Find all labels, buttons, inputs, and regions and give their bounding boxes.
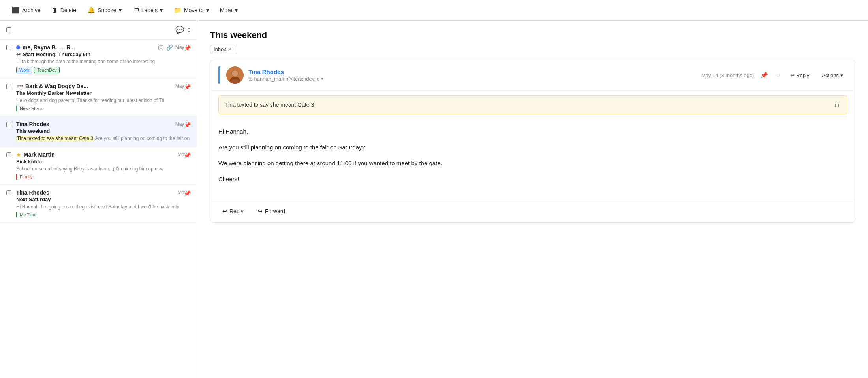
actions-chevron-icon: ▾ <box>840 72 843 78</box>
email-list: me, Rayna B., ... R... (6) 🔗 May 14 ↩ St… <box>0 40 197 378</box>
email-preview: Tina texted to say she meant Gate 3 Are … <box>16 135 191 142</box>
list-item[interactable]: ★ Mark Martin May 6 Sick kiddo School nu… <box>0 147 197 185</box>
email-labels: Family <box>16 174 191 180</box>
sender-row: Tina Rhodes May 6 <box>16 189 191 196</box>
list-topbar: 💬 ↕ <box>0 21 197 40</box>
expand-recipients-icon[interactable]: ▾ <box>321 76 323 81</box>
email-content: me, Rayna B., ... R... (6) 🔗 May 14 ↩ St… <box>16 44 191 73</box>
pin-icon[interactable]: 📌 <box>184 122 191 128</box>
sender-info: Tina Rhodes to hannah_martin@teachdev.io… <box>248 68 697 82</box>
sender-name: Tina Rhodes <box>16 189 175 196</box>
body-line2: We were planning on getting there at aro… <box>218 159 847 168</box>
email-subject: Next Saturday <box>16 197 191 202</box>
teachdev-label[interactable]: TeachDev <box>34 67 60 73</box>
sender-name: Mark Martin <box>24 151 175 158</box>
email-labels: Newsletters <box>16 106 191 111</box>
moveto-icon: 📁 <box>174 6 182 14</box>
email-checkbox[interactable] <box>6 152 11 157</box>
note-delete-button[interactable]: 🗑 <box>834 101 840 108</box>
message-meta: May 14 (3 months ago) 📌 ○ ↩ Reply Action… <box>701 70 847 81</box>
email-subject: This weekend <box>16 128 191 134</box>
reply-icon: ↩ <box>222 208 227 214</box>
note-text: Tina texted to say she meant Gate 3 <box>225 102 314 108</box>
select-all-checkbox[interactable] <box>6 27 11 32</box>
reply-button[interactable]: ↩ Reply <box>218 206 248 217</box>
actions-label: Actions <box>822 72 839 78</box>
email-content: Tina Rhodes May 6 Next Saturday Hi Hanna… <box>16 189 191 217</box>
sort-icon[interactable]: ↕ <box>187 26 191 34</box>
email-count: (6) <box>158 45 164 50</box>
reply-header-icon: ↩ <box>790 72 795 78</box>
snooze-button[interactable]: 🔔 Snooze ▾ <box>83 4 125 16</box>
chat-icon[interactable]: 💬 <box>175 26 184 34</box>
message-date: May 14 (3 months ago) <box>701 72 754 78</box>
body-greeting: Hi Hannah, <box>218 127 847 136</box>
snooze-icon: 🔔 <box>87 6 95 14</box>
delete-label: Delete <box>60 7 76 13</box>
archive-button[interactable]: ⬛ Archive <box>8 4 45 16</box>
list-item[interactable]: 👓 Bark & Wag Doggy Da... May 14 The Mont… <box>0 78 197 116</box>
sender-to-text: to hannah_martin@teachdev.io <box>248 76 319 82</box>
more-label: More <box>220 7 233 13</box>
pin-icon[interactable]: 📌 <box>184 45 191 51</box>
pin-icon[interactable]: 📌 <box>184 190 191 197</box>
avatar <box>226 66 244 84</box>
glasses-icon: 👓 <box>16 83 23 89</box>
svg-point-3 <box>232 70 238 77</box>
email-subject: Sick kiddo <box>16 159 191 164</box>
more-button[interactable]: More ▾ <box>216 5 242 16</box>
sender-row: ★ Mark Martin May 6 <box>16 151 191 158</box>
email-view-content: This weekend Inbox ✕ <box>197 21 868 378</box>
moveto-button[interactable]: 📁 Move to ▾ <box>170 4 213 16</box>
reply-bar: ↩ Reply ↪ Forward <box>210 200 855 222</box>
email-checkbox[interactable] <box>6 190 11 195</box>
email-preview: Hello dogs and dog parents! Thanks for r… <box>16 97 191 104</box>
more-chevron-icon: ▾ <box>235 7 238 13</box>
sender-row: Tina Rhodes May 14 <box>16 121 191 127</box>
delete-button[interactable]: 🗑 Delete <box>48 4 80 16</box>
inbox-tag-close[interactable]: ✕ <box>228 47 232 52</box>
labels-button[interactable]: 🏷 Labels ▾ <box>129 4 167 16</box>
body-line1: Are you still planning on coming to the … <box>218 143 847 152</box>
list-item[interactable]: Tina Rhodes May 14 This weekend Tina tex… <box>0 116 197 147</box>
sender-row: 👓 Bark & Wag Doggy Da... May 14 <box>16 83 191 89</box>
reply-btn-label: Reply <box>229 208 244 214</box>
list-topbar-left <box>6 27 11 32</box>
reply-header-button[interactable]: ↩ Reply <box>786 70 813 80</box>
family-label[interactable]: Family <box>16 174 35 180</box>
email-content: Tina Rhodes May 14 This weekend Tina tex… <box>16 121 191 142</box>
preview-highlight: Tina texted to say she meant Gate 3 <box>16 136 94 141</box>
metime-label[interactable]: Me Time <box>16 212 39 217</box>
email-content: 👓 Bark & Wag Doggy Da... May 14 The Mont… <box>16 83 191 111</box>
email-checkbox[interactable] <box>6 84 11 89</box>
newsletters-label[interactable]: Newsletters <box>16 106 45 111</box>
sender-name: me, Rayna B., ... R... <box>23 44 156 51</box>
pin-icon[interactable]: 📌 <box>184 152 191 159</box>
list-item[interactable]: Tina Rhodes May 6 Next Saturday Hi Hanna… <box>0 185 197 223</box>
email-preview: School nurse called saying Riley has a f… <box>16 166 191 172</box>
forward-button[interactable]: ↪ Forward <box>254 206 289 217</box>
archive-icon: ⬛ <box>12 6 20 14</box>
actions-header-button[interactable]: Actions ▾ <box>818 70 847 80</box>
labels-label: Labels <box>141 7 158 13</box>
snooze-label: Snooze <box>98 7 116 13</box>
email-view-title: This weekend <box>210 30 855 40</box>
snooze-chevron-icon: ▾ <box>119 7 122 13</box>
email-preview: I'll talk through the data at the meetin… <box>16 59 191 65</box>
list-item[interactable]: me, Rayna B., ... R... (6) 🔗 May 14 ↩ St… <box>0 40 197 78</box>
star-icon[interactable]: ★ <box>16 151 21 158</box>
sender-to: to hannah_martin@teachdev.io ▾ <box>248 76 697 82</box>
email-content: ★ Mark Martin May 6 Sick kiddo School nu… <box>16 151 191 180</box>
circle-button[interactable]: ○ <box>774 70 782 80</box>
pin-icon[interactable]: 📌 <box>184 84 191 90</box>
email-view-panel: This weekend Inbox ✕ <box>197 21 868 378</box>
pin-message-button[interactable]: 📌 <box>759 70 770 81</box>
forward-btn-label: Forward <box>265 208 285 214</box>
main-container: 💬 ↕ me, Rayna B., ... R... (6) 🔗 May 14 <box>0 21 868 378</box>
email-checkbox[interactable] <box>6 122 11 127</box>
email-labels: Work TeachDev <box>16 67 191 73</box>
email-checkbox[interactable] <box>6 45 11 50</box>
work-label[interactable]: Work <box>16 67 32 73</box>
email-list-panel: 💬 ↕ me, Rayna B., ... R... (6) 🔗 May 14 <box>0 21 197 378</box>
sender-name: Bark & Wag Doggy Da... <box>25 83 173 89</box>
